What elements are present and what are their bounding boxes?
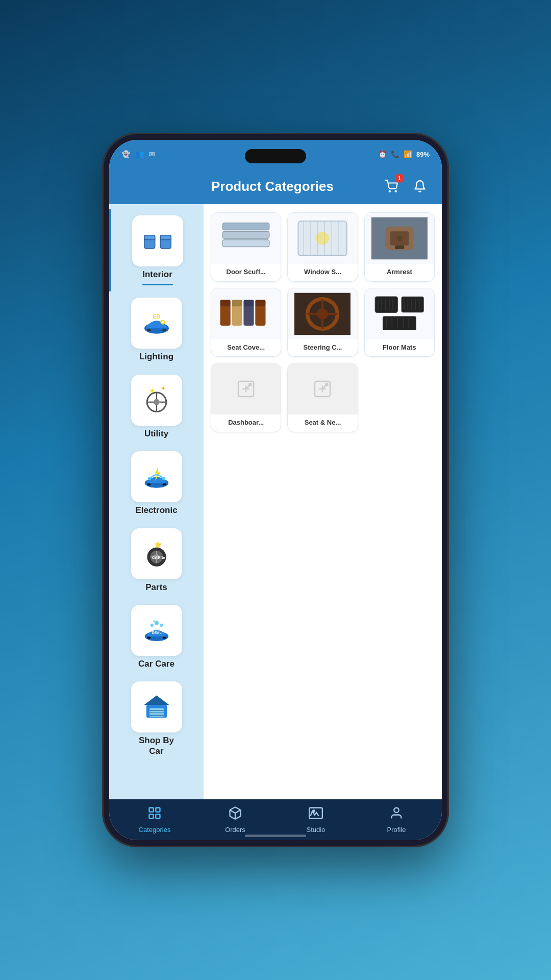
svg-rect-92 — [383, 316, 416, 330]
svg-point-114 — [313, 810, 315, 812]
seat-cover-image — [211, 288, 281, 339]
interior-icon-box — [132, 215, 183, 266]
sidebar: Interior ED — [109, 204, 204, 799]
svg-text:CARite: CARite — [152, 555, 165, 560]
categories-nav-label: Categories — [139, 826, 171, 834]
svg-text:ED: ED — [153, 313, 160, 320]
armrest-name: Armrest — [384, 264, 415, 281]
nav-item-orders[interactable]: Orders — [195, 806, 276, 834]
svg-rect-3 — [144, 235, 155, 240]
cart-badge: 1 — [395, 174, 404, 183]
svg-rect-48 — [222, 231, 269, 238]
cart-button[interactable]: 1 — [382, 177, 401, 196]
steering-image — [288, 288, 357, 339]
battery-text: 89% — [416, 151, 430, 158]
svg-line-102 — [247, 386, 249, 388]
svg-point-106 — [325, 383, 329, 387]
facebook-icon: 👥 — [135, 150, 144, 158]
sidebar-item-utility[interactable]: ✦ ✦ Utility — [109, 369, 204, 445]
svg-rect-9 — [147, 329, 151, 332]
svg-rect-79 — [375, 297, 397, 312]
svg-rect-109 — [156, 808, 160, 812]
alarm-icon: ⏰ — [378, 150, 387, 158]
floor-mats-image — [365, 288, 434, 339]
svg-text:DEAL: DEAL — [152, 631, 162, 634]
header-icons: 1 — [382, 177, 430, 196]
lighting-label: Lighting — [139, 352, 173, 362]
svg-text:✦: ✦ — [149, 386, 156, 395]
svg-rect-36 — [162, 636, 166, 639]
sidebar-item-interior[interactable]: Interior — [109, 209, 204, 291]
seat-neck-placeholder — [288, 363, 357, 414]
svg-rect-62 — [395, 246, 404, 249]
nav-item-profile[interactable]: Profile — [356, 806, 437, 834]
svg-rect-64 — [220, 304, 231, 325]
seat-neck-name: Seat & Ne... — [302, 414, 344, 432]
door-scuff-name: Door Scuff... — [223, 264, 269, 281]
sidebar-item-shop-by-car[interactable]: Shop ByCar — [109, 675, 204, 763]
svg-marker-43 — [144, 696, 169, 705]
product-grid: Door Scuff... — [211, 212, 435, 432]
svg-point-0 — [389, 191, 390, 192]
orders-nav-label: Orders — [225, 826, 245, 834]
svg-point-8 — [161, 321, 164, 324]
product-card-window-shade[interactable]: Window S... — [287, 212, 358, 282]
lighting-icon-box: ED — [131, 298, 182, 349]
product-card-seat-cover[interactable]: Seat Cove... — [211, 288, 281, 357]
svg-point-23 — [147, 477, 151, 480]
svg-point-115 — [394, 808, 398, 813]
main-content: Interior ED — [109, 204, 442, 799]
svg-point-37 — [150, 624, 153, 627]
steering-name: Steering C... — [300, 339, 345, 357]
window-shade-image — [288, 213, 357, 264]
svg-point-101 — [248, 383, 252, 387]
svg-rect-50 — [222, 223, 269, 230]
svg-rect-70 — [244, 300, 254, 306]
svg-rect-71 — [255, 300, 265, 306]
svg-point-40 — [153, 620, 156, 623]
interior-label: Interior — [142, 270, 172, 280]
phone-screen: 👻 👥 ✉ ⏰ 📞 📶 89% Product Categories — [109, 140, 442, 840]
categories-icon — [147, 806, 162, 824]
electronic-icon-box — [131, 451, 182, 502]
product-card-seat-neck[interactable]: Seat & Ne... — [287, 363, 358, 432]
svg-rect-108 — [149, 808, 154, 812]
product-card-door-scuff[interactable]: Door Scuff... — [211, 212, 281, 282]
electronic-label: Electronic — [135, 505, 177, 516]
svg-rect-22 — [162, 483, 166, 485]
sidebar-item-lighting[interactable]: ED Lighting — [109, 291, 204, 368]
camera-pill — [245, 149, 306, 163]
door-scuff-image — [211, 213, 281, 264]
nav-item-categories[interactable]: Categories — [114, 806, 195, 834]
product-card-steering[interactable]: Steering C... — [287, 288, 358, 357]
product-card-armrest[interactable]: Armrest — [364, 212, 435, 282]
nav-item-studio[interactable]: Studio — [276, 806, 356, 834]
product-card-floor-mats[interactable]: Floor Mats — [364, 288, 435, 357]
armrest-image — [365, 213, 434, 264]
sidebar-item-electronic[interactable]: Electronic — [109, 445, 204, 522]
page-title: Product Categories — [211, 179, 334, 194]
profile-icon — [389, 806, 404, 824]
sidebar-item-parts[interactable]: CARite ⭐ Parts — [109, 522, 204, 599]
svg-point-74 — [317, 308, 328, 320]
shop-by-car-label: Shop ByCar — [139, 736, 174, 756]
svg-point-63 — [396, 236, 402, 241]
parts-label: Parts — [145, 582, 167, 593]
product-card-dashboard[interactable]: Dashboar... — [211, 363, 281, 432]
svg-rect-5 — [160, 235, 171, 240]
status-bar-right: ⏰ 📞 📶 89% — [378, 150, 430, 158]
svg-rect-86 — [401, 297, 423, 312]
utility-label: Utility — [144, 429, 168, 439]
app-header: Product Categories 1 — [109, 168, 442, 204]
svg-rect-21 — [147, 483, 151, 485]
call-icon: 📞 — [391, 150, 399, 158]
sidebar-item-car-care[interactable]: DEAL Car Care — [109, 599, 204, 675]
svg-rect-110 — [149, 814, 154, 818]
parts-icon-box: CARite ⭐ — [131, 528, 182, 579]
svg-rect-65 — [232, 304, 242, 325]
notification-button[interactable] — [410, 177, 430, 196]
svg-point-39 — [160, 624, 163, 627]
svg-text:✦: ✦ — [160, 385, 165, 392]
svg-point-24 — [162, 477, 165, 480]
seat-cover-name: Seat Cove... — [224, 339, 268, 357]
